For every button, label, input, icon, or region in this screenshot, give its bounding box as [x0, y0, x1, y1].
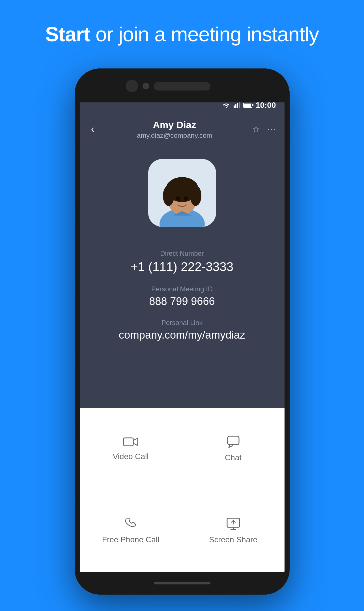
phone-top-bar: [75, 68, 290, 102]
screen-share-label: Screen Share: [209, 535, 257, 544]
meeting-id-label: Personal Meeting ID: [80, 285, 285, 293]
svg-point-14: [184, 196, 188, 201]
video-call-label: Video Call: [113, 452, 148, 461]
contact-email: amy.diaz@company.com: [97, 132, 252, 139]
personal-link-item: Personal Link company.com/my/amydiaz: [80, 319, 285, 341]
video-call-button[interactable]: Video Call: [80, 408, 182, 490]
more-options-icon[interactable]: ⋯: [267, 124, 276, 135]
free-phone-call-label: Free Phone Call: [102, 535, 159, 544]
hero-title: Start or join a meeting instantly: [45, 23, 319, 46]
meeting-id-value[interactable]: 888 799 9666: [80, 295, 285, 307]
battery-icon: [243, 103, 252, 108]
home-indicator: [154, 582, 210, 584]
signal-icon: [234, 102, 240, 108]
camera-icon: [126, 80, 138, 92]
free-phone-call-button[interactable]: Free Phone Call: [80, 490, 182, 572]
phone-bottom-bar: [75, 572, 290, 595]
actions-grid: Video Call Chat: [80, 408, 285, 572]
personal-link-value[interactable]: company.com/my/amydiaz: [80, 329, 285, 341]
svg-rect-3: [239, 102, 240, 108]
screen-share-button[interactable]: Screen Share: [182, 490, 285, 572]
back-button[interactable]: ‹: [88, 121, 97, 138]
screen-share-icon: [227, 518, 240, 530]
header-actions: ☆ ⋯: [252, 124, 276, 135]
svg-rect-0: [234, 106, 235, 108]
direct-number-item: Direct Number +1 (111) 222-3333: [80, 249, 285, 274]
svg-rect-2: [237, 103, 238, 108]
svg-rect-1: [235, 104, 236, 108]
meeting-id-item: Personal Meeting ID 888 799 9666: [80, 285, 285, 307]
direct-number-label: Direct Number: [80, 249, 285, 257]
contact-header: ‹ Amy Diaz amy.diaz@company.com ☆ ⋯: [80, 114, 285, 145]
contact-info: Direct Number +1 (111) 222-3333 Personal…: [80, 238, 285, 367]
svg-point-11: [167, 181, 180, 191]
chat-label: Chat: [225, 453, 242, 462]
direct-number-value[interactable]: +1 (111) 222-3333: [80, 260, 285, 274]
svg-point-13: [176, 196, 180, 201]
personal-link-label: Personal Link: [80, 319, 285, 327]
svg-rect-16: [228, 436, 239, 445]
favorite-icon[interactable]: ☆: [252, 124, 260, 135]
avatar-section: [80, 145, 285, 238]
svg-rect-15: [124, 438, 133, 446]
chat-button[interactable]: Chat: [182, 408, 285, 490]
phone-icon: [124, 518, 137, 530]
svg-point-12: [184, 181, 197, 191]
phone-screen: 10:00 ‹ Amy Diaz amy.diaz@company.com ☆ …: [80, 97, 285, 572]
video-camera-icon: [123, 437, 138, 447]
avatar-image: [148, 159, 216, 227]
speaker-icon: [154, 82, 210, 91]
wifi-icon: [222, 102, 230, 108]
contact-name: Amy Diaz: [97, 119, 252, 130]
phone-mockup: 10:00 ‹ Amy Diaz amy.diaz@company.com ☆ …: [75, 68, 290, 595]
avatar: [148, 159, 216, 227]
contact-name-area: Amy Diaz amy.diaz@company.com: [97, 119, 252, 139]
front-camera-icon: [143, 83, 149, 89]
chat-bubble-icon: [227, 436, 240, 448]
